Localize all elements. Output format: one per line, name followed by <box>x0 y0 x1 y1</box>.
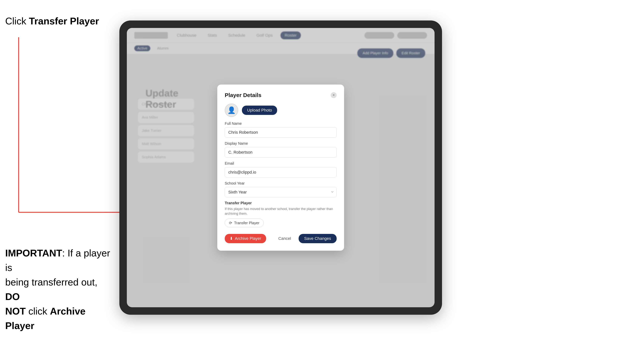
transfer-player-button[interactable]: ⟳ Transfer Player <box>225 219 264 227</box>
player-details-modal: Player Details × 👤 Upload Photo Full Nam… <box>217 85 344 251</box>
modal-close-button[interactable]: × <box>331 92 337 98</box>
upload-photo-button[interactable]: Upload Photo <box>242 106 277 115</box>
school-year-group: School Year First Year Second Year Third… <box>225 181 337 197</box>
archive-button-label: Archive Player <box>235 236 261 241</box>
tablet-screen: Clubhouse Stats Schedule Golf Ops Roster… <box>127 28 434 307</box>
archive-player-button[interactable]: ⬇ Archive Player <box>225 234 266 243</box>
cancel-button[interactable]: Cancel <box>274 234 295 243</box>
transfer-icon: ⟳ <box>229 221 232 225</box>
modal-overlay: Player Details × 👤 Upload Photo Full Nam… <box>127 28 434 307</box>
full-name-input[interactable] <box>225 127 337 138</box>
annotation-do: DO NOT <box>5 291 26 317</box>
email-group: Email <box>225 161 337 177</box>
modal-header: Player Details × <box>225 92 337 98</box>
school-year-select[interactable]: First Year Second Year Third Year Fourth… <box>225 187 337 197</box>
avatar: 👤 <box>225 104 238 117</box>
modal-footer: ⬇ Archive Player Cancel Save Changes <box>225 232 337 243</box>
archive-icon: ⬇ <box>230 236 233 241</box>
tablet-device: Clubhouse Stats Schedule Golf Ops Roster… <box>119 20 442 315</box>
annotation-top-highlight: Transfer Player <box>29 16 99 26</box>
display-name-group: Display Name <box>225 141 337 158</box>
save-changes-button[interactable]: Save Changes <box>298 234 337 243</box>
annotation-top: Click Transfer Player <box>5 15 99 27</box>
transfer-section-description: If this player has moved to another scho… <box>225 207 337 216</box>
display-name-input[interactable] <box>225 147 337 158</box>
email-label: Email <box>225 161 337 166</box>
full-name-label: Full Name <box>225 121 337 126</box>
avatar-section: 👤 Upload Photo <box>225 104 337 117</box>
annotation-important: IMPORTANT <box>5 248 62 258</box>
full-name-group: Full Name <box>225 121 337 138</box>
person-icon: 👤 <box>227 106 236 114</box>
transfer-button-label: Transfer Player <box>234 221 260 225</box>
transfer-section-title: Transfer Player <box>225 201 337 205</box>
transfer-player-section: Transfer Player If this player has moved… <box>225 201 337 227</box>
school-year-label: School Year <box>225 181 337 185</box>
display-name-label: Display Name <box>225 141 337 146</box>
email-input[interactable] <box>225 167 337 177</box>
modal-title: Player Details <box>225 92 262 98</box>
annotation-bottom: IMPORTANT: If a player is being transfer… <box>5 246 114 333</box>
footer-right: Cancel Save Changes <box>274 234 337 243</box>
